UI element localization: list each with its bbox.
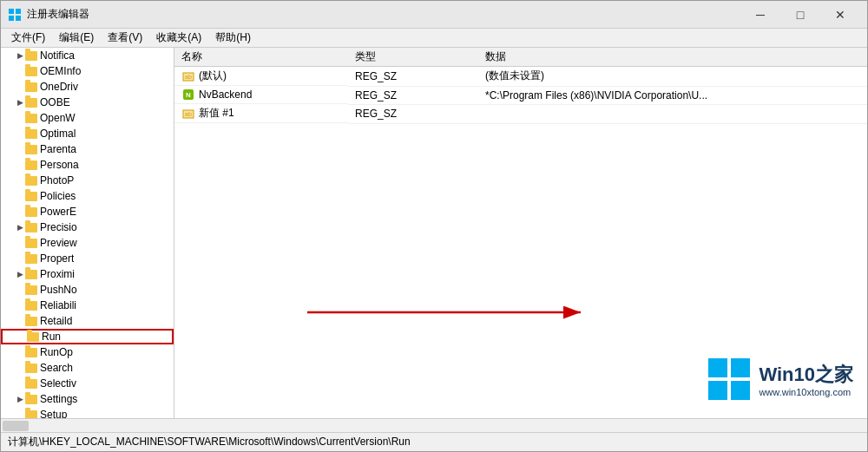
expand-icon-run[interactable]: ▶ <box>16 331 27 342</box>
expand-icon-selectiv[interactable]: ▶ <box>15 378 25 389</box>
expand-icon-oobe[interactable]: ▶ <box>15 97 25 108</box>
tree-item-propert[interactable]: ▶ Propert <box>1 251 174 266</box>
column-header-type[interactable]: 类型 <box>348 48 478 67</box>
folder-icon-onedrive <box>25 82 37 92</box>
expand-icon-pushno[interactable]: ▶ <box>15 285 25 295</box>
expand-icon-settings[interactable]: ▶ <box>15 394 25 404</box>
expand-icon-optimal[interactable]: ▶ <box>15 128 25 139</box>
expand-icon-runop[interactable]: ▶ <box>15 347 25 357</box>
expand-icon-powere[interactable]: ▶ <box>15 206 25 217</box>
cell-type-nvbackend: REG_SZ <box>348 86 478 104</box>
tree-item-reliabili[interactable]: ▶ Reliabili <box>1 298 174 313</box>
tree-item-oeminfo[interactable]: ▶ OEMInfo <box>1 63 174 79</box>
win-logo <box>707 357 752 404</box>
folder-icon-propert <box>25 254 37 264</box>
tree-label-precisio: Precisio <box>40 221 77 233</box>
expand-icon-oeminfo[interactable]: ▶ <box>15 66 25 76</box>
horizontal-scrollbar[interactable] <box>1 418 867 432</box>
tree-item-parenta[interactable]: ▶ Parenta <box>1 141 174 157</box>
tree-item-openw[interactable]: ▶ OpenW <box>1 110 174 126</box>
tree-item-preview[interactable]: ▶ Preview <box>1 235 174 251</box>
expand-icon-notifica[interactable]: ▶ <box>15 50 25 61</box>
tree-item-notifica[interactable]: ▶ Notifica <box>1 48 174 63</box>
reg-default-icon: ab <box>181 69 195 83</box>
tree-item-persona[interactable]: ▶ Persona <box>1 157 174 173</box>
tree-item-setup[interactable]: ▶ Setup <box>1 407 174 418</box>
tree-item-photop[interactable]: ▶ PhotoP <box>1 173 174 188</box>
cell-type-newval: REG_SZ <box>348 104 478 123</box>
tree-label-setup: Setup <box>40 409 67 418</box>
watermark: Win10之家 www.win10xtong.com <box>707 357 853 404</box>
minimize-button[interactable]: ─ <box>740 1 780 29</box>
svg-rect-0 <box>9 9 14 14</box>
menu-file[interactable]: 文件(F) <box>4 29 52 47</box>
table-row[interactable]: ab (默认) REG_SZ (数值未设置) <box>174 67 867 87</box>
registry-table: 名称 类型 数据 ab (默认) REG_ <box>174 48 867 124</box>
tree-item-selectiv[interactable]: ▶ Selectiv <box>1 376 174 391</box>
expand-icon-parenta[interactable]: ▶ <box>15 144 25 154</box>
scrollbar-thumb[interactable] <box>3 421 29 431</box>
window-title: 注册表编辑器 <box>27 7 740 22</box>
svg-text:ab: ab <box>185 111 192 117</box>
tree-pane[interactable]: ▶ Notifica ▶ OEMInfo ▶ OneDriv ▶ OOBE ▶ <box>1 48 174 418</box>
tree-item-search[interactable]: ▶ Search <box>1 360 174 376</box>
folder-icon-precisio <box>25 223 37 233</box>
menu-view[interactable]: 查看(V) <box>101 29 149 47</box>
expand-icon-setup[interactable]: ▶ <box>15 409 25 418</box>
menu-favorites[interactable]: 收藏夹(A) <box>149 29 208 47</box>
svg-rect-12 <box>708 358 727 377</box>
folder-icon-reliabili <box>25 301 37 311</box>
tree-item-proximi[interactable]: ▶ Proximi <box>1 266 174 282</box>
expand-icon-proximi[interactable]: ▶ <box>15 269 25 279</box>
tree-item-pushno[interactable]: ▶ PushNo <box>1 282 174 298</box>
tree-item-runop[interactable]: ▶ RunOp <box>1 344 174 360</box>
folder-icon-photop <box>25 176 37 186</box>
tree-label-search: Search <box>40 362 73 374</box>
arrow-annotation <box>303 295 598 332</box>
menu-bar: 文件(F) 编辑(E) 查看(V) 收藏夹(A) 帮助(H) <box>1 29 867 48</box>
tree-item-retaild[interactable]: ▶ Retaild <box>1 313 174 329</box>
folder-icon-parenta <box>25 145 37 154</box>
column-header-name[interactable]: 名称 <box>174 48 348 67</box>
tree-label-persona: Persona <box>40 159 79 171</box>
reg-new-icon: ab <box>181 107 195 121</box>
table-row[interactable]: ab 新值 #1 REG_SZ <box>174 104 867 123</box>
expand-icon-photop[interactable]: ▶ <box>15 175 25 186</box>
expand-icon-persona[interactable]: ▶ <box>15 160 25 170</box>
column-header-data[interactable]: 数据 <box>478 48 867 67</box>
watermark-url: www.win10xtong.com <box>759 387 853 397</box>
tree-item-precisio[interactable]: ▶ Precisio <box>1 219 174 235</box>
folder-icon-retaild <box>25 317 37 326</box>
tree-item-onedrive[interactable]: ▶ OneDriv <box>1 79 174 95</box>
menu-edit[interactable]: 编辑(E) <box>52 29 101 47</box>
folder-icon-optimal <box>25 129 37 139</box>
tree-item-run[interactable]: ▶ Run <box>1 329 174 344</box>
expand-icon-preview[interactable]: ▶ <box>15 238 25 248</box>
folder-icon-preview <box>25 239 37 248</box>
expand-icon-retaild[interactable]: ▶ <box>15 316 25 326</box>
tree-item-policies[interactable]: ▶ Policies <box>1 188 174 204</box>
svg-rect-15 <box>731 381 750 400</box>
status-path: 计算机\HKEY_LOCAL_MACHINE\SOFTWARE\Microsof… <box>8 435 411 449</box>
cell-data-nvbackend: *C:\Program Files (x86)\NVIDIA Corporati… <box>478 86 867 104</box>
expand-icon-reliabili[interactable]: ▶ <box>15 300 25 311</box>
expand-icon-propert[interactable]: ▶ <box>15 253 25 264</box>
menu-help[interactable]: 帮助(H) <box>208 29 258 47</box>
expand-icon-onedrive[interactable]: ▶ <box>15 82 25 92</box>
tree-item-optimal[interactable]: ▶ Optimal <box>1 126 174 141</box>
close-button[interactable]: ✕ <box>820 1 860 29</box>
tree-item-powere[interactable]: ▶ PowerE <box>1 204 174 219</box>
expand-icon-openw[interactable]: ▶ <box>15 113 25 123</box>
folder-icon-setup <box>25 410 37 419</box>
expand-icon-search[interactable]: ▶ <box>15 363 25 373</box>
folder-icon-settings <box>25 395 37 404</box>
expand-icon-precisio[interactable]: ▶ <box>15 222 25 233</box>
expand-icon-policies[interactable]: ▶ <box>15 191 25 201</box>
folder-icon-policies <box>25 192 37 201</box>
tree-label-notifica: Notifica <box>40 49 75 62</box>
maximize-button[interactable]: □ <box>780 1 820 29</box>
tree-item-settings[interactable]: ▶ Settings <box>1 391 174 407</box>
table-row[interactable]: N NvBackend REG_SZ *C:\Program Files (x8… <box>174 86 867 104</box>
folder-icon-pushno <box>25 285 37 295</box>
tree-item-oobe[interactable]: ▶ OOBE <box>1 95 174 110</box>
